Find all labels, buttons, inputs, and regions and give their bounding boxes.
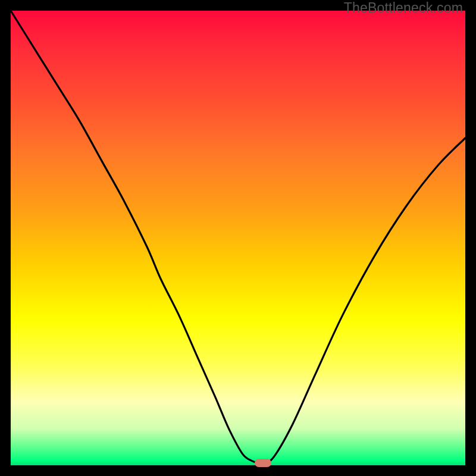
chart-container: TheBottleneck.com [0,0,476,476]
plot-area [11,11,465,465]
optimum-marker [255,459,271,467]
bottleneck-curve [11,11,465,465]
watermark-text: TheBottleneck.com [344,0,463,16]
